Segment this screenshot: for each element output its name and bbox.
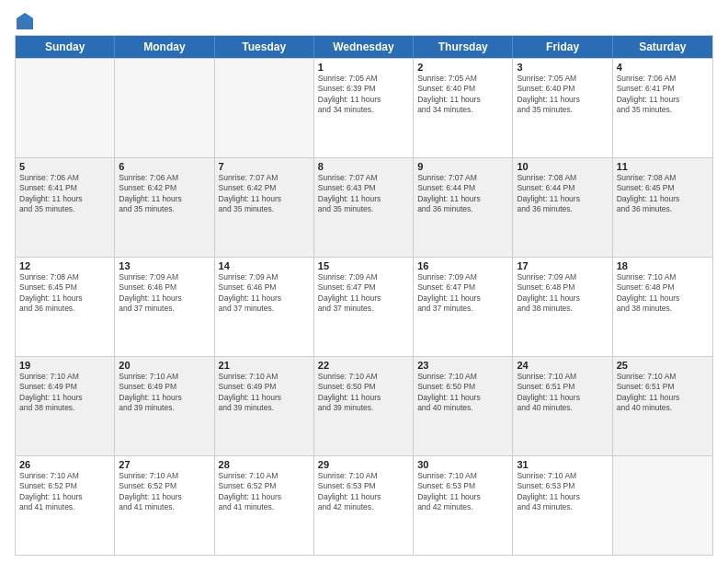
day-info: Sunrise: 7:08 AM Sunset: 6:45 PM Dayligh…: [19, 272, 110, 315]
day-info: Sunrise: 7:06 AM Sunset: 6:41 PM Dayligh…: [19, 173, 110, 215]
calendar-cell: 26Sunrise: 7:10 AM Sunset: 6:52 PM Dayli…: [16, 456, 115, 555]
weekday-header: Monday: [115, 36, 214, 58]
day-info: Sunrise: 7:06 AM Sunset: 6:41 PM Dayligh…: [617, 74, 709, 116]
day-info: Sunrise: 7:09 AM Sunset: 6:48 PM Dayligh…: [517, 272, 608, 315]
day-info: Sunrise: 7:05 AM Sunset: 6:40 PM Dayligh…: [417, 74, 508, 116]
day-number: 28: [219, 459, 310, 470]
day-info: Sunrise: 7:10 AM Sunset: 6:51 PM Dayligh…: [617, 372, 709, 414]
calendar-cell: 17Sunrise: 7:09 AM Sunset: 6:48 PM Dayli…: [513, 258, 612, 356]
day-info: Sunrise: 7:05 AM Sunset: 6:39 PM Dayligh…: [318, 74, 409, 116]
weekday-header: Tuesday: [215, 36, 314, 58]
day-number: 15: [318, 260, 409, 271]
day-info: Sunrise: 7:05 AM Sunset: 6:40 PM Dayligh…: [517, 74, 608, 116]
calendar-cell: 19Sunrise: 7:10 AM Sunset: 6:49 PM Dayli…: [16, 357, 115, 455]
calendar: SundayMondayTuesdayWednesdayThursdayFrid…: [15, 35, 713, 556]
day-number: 27: [119, 459, 210, 470]
calendar-cell: 15Sunrise: 7:09 AM Sunset: 6:47 PM Dayli…: [314, 258, 414, 356]
day-number: 5: [19, 161, 110, 172]
weekday-header: Wednesday: [314, 36, 414, 58]
day-number: 21: [219, 360, 310, 371]
calendar-cell: 24Sunrise: 7:10 AM Sunset: 6:51 PM Dayli…: [513, 357, 612, 455]
day-number: 2: [417, 62, 508, 73]
day-number: 29: [318, 459, 409, 470]
day-info: Sunrise: 7:10 AM Sunset: 6:53 PM Dayligh…: [318, 471, 409, 513]
day-number: 11: [617, 161, 709, 172]
day-info: Sunrise: 7:07 AM Sunset: 6:42 PM Dayligh…: [219, 173, 310, 215]
day-number: 7: [219, 161, 310, 172]
day-number: 13: [119, 260, 210, 271]
day-info: Sunrise: 7:09 AM Sunset: 6:47 PM Dayligh…: [417, 272, 508, 315]
day-info: Sunrise: 7:10 AM Sunset: 6:51 PM Dayligh…: [517, 372, 608, 414]
day-info: Sunrise: 7:10 AM Sunset: 6:49 PM Dayligh…: [119, 372, 210, 414]
day-number: 20: [119, 360, 210, 371]
calendar-body: 1Sunrise: 7:05 AM Sunset: 6:39 PM Daylig…: [16, 58, 712, 555]
calendar-cell: 13Sunrise: 7:09 AM Sunset: 6:46 PM Dayli…: [115, 258, 214, 356]
calendar-cell: 18Sunrise: 7:10 AM Sunset: 6:48 PM Dayli…: [613, 258, 712, 356]
day-info: Sunrise: 7:10 AM Sunset: 6:49 PM Dayligh…: [219, 372, 310, 414]
day-info: Sunrise: 7:08 AM Sunset: 6:45 PM Dayligh…: [617, 173, 709, 215]
calendar-cell: 10Sunrise: 7:08 AM Sunset: 6:44 PM Dayli…: [513, 158, 612, 257]
calendar-cell: 27Sunrise: 7:10 AM Sunset: 6:52 PM Dayli…: [115, 456, 214, 555]
day-info: Sunrise: 7:10 AM Sunset: 6:49 PM Dayligh…: [19, 372, 110, 414]
calendar-cell: [215, 59, 314, 157]
day-info: Sunrise: 7:10 AM Sunset: 6:48 PM Dayligh…: [617, 272, 709, 315]
calendar-cell: 11Sunrise: 7:08 AM Sunset: 6:45 PM Dayli…: [613, 158, 712, 257]
calendar-cell: 4Sunrise: 7:06 AM Sunset: 6:41 PM Daylig…: [613, 59, 712, 157]
day-info: Sunrise: 7:10 AM Sunset: 6:53 PM Dayligh…: [417, 471, 508, 513]
calendar-row: 12Sunrise: 7:08 AM Sunset: 6:45 PM Dayli…: [16, 257, 712, 356]
day-info: Sunrise: 7:08 AM Sunset: 6:44 PM Dayligh…: [517, 173, 608, 215]
day-info: Sunrise: 7:10 AM Sunset: 6:53 PM Dayligh…: [517, 471, 608, 513]
logo: [15, 11, 35, 28]
day-info: Sunrise: 7:09 AM Sunset: 6:47 PM Dayligh…: [318, 272, 409, 315]
calendar-cell: [16, 59, 115, 157]
header: [15, 11, 713, 28]
day-number: 23: [417, 360, 508, 371]
calendar-cell: 29Sunrise: 7:10 AM Sunset: 6:53 PM Dayli…: [314, 456, 414, 555]
day-info: Sunrise: 7:10 AM Sunset: 6:50 PM Dayligh…: [417, 372, 508, 414]
day-number: 26: [19, 459, 110, 470]
calendar-row: 26Sunrise: 7:10 AM Sunset: 6:52 PM Dayli…: [16, 455, 712, 555]
calendar-cell: 14Sunrise: 7:09 AM Sunset: 6:46 PM Dayli…: [215, 258, 314, 356]
calendar-cell: 9Sunrise: 7:07 AM Sunset: 6:44 PM Daylig…: [414, 158, 513, 257]
calendar-cell: 5Sunrise: 7:06 AM Sunset: 6:41 PM Daylig…: [16, 158, 115, 257]
day-number: 16: [417, 260, 508, 271]
logo-icon: [15, 11, 35, 31]
calendar-cell: 23Sunrise: 7:10 AM Sunset: 6:50 PM Dayli…: [414, 357, 513, 455]
day-info: Sunrise: 7:07 AM Sunset: 6:44 PM Dayligh…: [417, 173, 508, 215]
day-number: 24: [517, 360, 608, 371]
calendar-cell: 3Sunrise: 7:05 AM Sunset: 6:40 PM Daylig…: [513, 59, 612, 157]
day-number: 30: [417, 459, 508, 470]
calendar-cell: 28Sunrise: 7:10 AM Sunset: 6:52 PM Dayli…: [215, 456, 314, 555]
day-info: Sunrise: 7:09 AM Sunset: 6:46 PM Dayligh…: [219, 272, 310, 315]
day-info: Sunrise: 7:10 AM Sunset: 6:50 PM Dayligh…: [318, 372, 409, 414]
weekday-header: Saturday: [613, 36, 712, 58]
weekday-header: Thursday: [414, 36, 513, 58]
weekday-header: Friday: [513, 36, 612, 58]
calendar-cell: 30Sunrise: 7:10 AM Sunset: 6:53 PM Dayli…: [414, 456, 513, 555]
day-info: Sunrise: 7:07 AM Sunset: 6:43 PM Dayligh…: [318, 173, 409, 215]
calendar-cell: 6Sunrise: 7:06 AM Sunset: 6:42 PM Daylig…: [115, 158, 214, 257]
calendar-header: SundayMondayTuesdayWednesdayThursdayFrid…: [16, 36, 712, 58]
calendar-cell: 31Sunrise: 7:10 AM Sunset: 6:53 PM Dayli…: [513, 456, 612, 555]
day-number: 10: [517, 161, 608, 172]
day-info: Sunrise: 7:10 AM Sunset: 6:52 PM Dayligh…: [119, 471, 210, 513]
calendar-cell: 12Sunrise: 7:08 AM Sunset: 6:45 PM Dayli…: [16, 258, 115, 356]
calendar-row: 1Sunrise: 7:05 AM Sunset: 6:39 PM Daylig…: [16, 58, 712, 157]
day-number: 9: [417, 161, 508, 172]
day-info: Sunrise: 7:10 AM Sunset: 6:52 PM Dayligh…: [219, 471, 310, 513]
day-info: Sunrise: 7:09 AM Sunset: 6:46 PM Dayligh…: [119, 272, 210, 315]
calendar-cell: 7Sunrise: 7:07 AM Sunset: 6:42 PM Daylig…: [215, 158, 314, 257]
calendar-cell: 16Sunrise: 7:09 AM Sunset: 6:47 PM Dayli…: [414, 258, 513, 356]
calendar-row: 5Sunrise: 7:06 AM Sunset: 6:41 PM Daylig…: [16, 157, 712, 257]
day-number: 6: [119, 161, 210, 172]
page: SundayMondayTuesdayWednesdayThursdayFrid…: [0, 0, 728, 563]
calendar-cell: 25Sunrise: 7:10 AM Sunset: 6:51 PM Dayli…: [613, 357, 712, 455]
calendar-cell: 1Sunrise: 7:05 AM Sunset: 6:39 PM Daylig…: [314, 59, 414, 157]
day-number: 14: [219, 260, 310, 271]
calendar-cell: 22Sunrise: 7:10 AM Sunset: 6:50 PM Dayli…: [314, 357, 414, 455]
day-number: 31: [517, 459, 608, 470]
day-number: 19: [19, 360, 110, 371]
calendar-cell: 2Sunrise: 7:05 AM Sunset: 6:40 PM Daylig…: [414, 59, 513, 157]
day-number: 22: [318, 360, 409, 371]
day-number: 3: [517, 62, 608, 73]
